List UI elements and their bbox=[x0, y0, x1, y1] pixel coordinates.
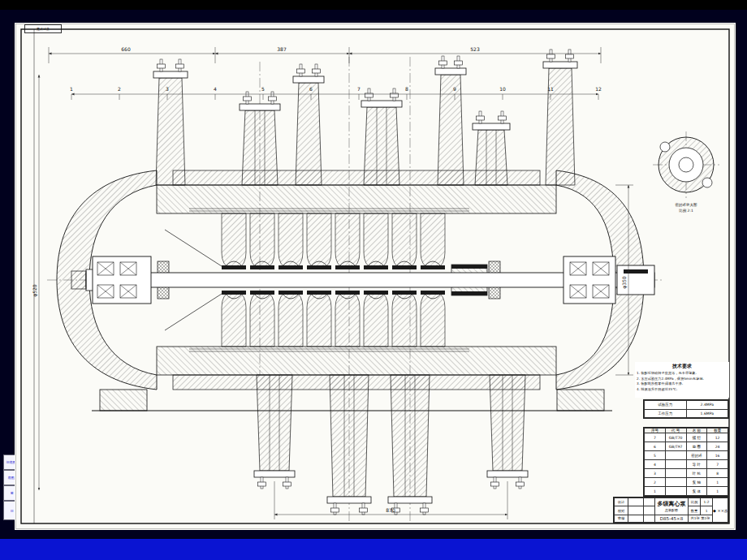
keyway bbox=[624, 269, 648, 274]
titleblock-cell bbox=[628, 515, 644, 522]
nozzle bbox=[254, 375, 295, 489]
title-block: 设计 多级离心泵 总装配图 比例 1:2 ◆ ××水泵厂 校对 bbox=[613, 497, 729, 523]
table-cell bbox=[665, 478, 686, 487]
nozzle bbox=[361, 88, 402, 185]
drawing-number: D85-45×8 bbox=[655, 515, 689, 522]
balloon-number: 6 bbox=[309, 86, 313, 92]
table-cell: 2 bbox=[645, 478, 666, 487]
titleblock-cell bbox=[644, 498, 655, 506]
table-cell: 8 bbox=[707, 469, 728, 478]
table-cell: 12 bbox=[707, 433, 728, 442]
table-cell: 1 bbox=[707, 478, 728, 487]
shaft-nut bbox=[71, 271, 86, 289]
nozzle bbox=[473, 111, 510, 185]
titleblock-label: 审核 bbox=[615, 515, 628, 522]
dim-label: 660 bbox=[121, 46, 131, 52]
pressure-table: 试验压力2.4MPa工作压力1.6MPa bbox=[643, 399, 729, 419]
table-row: 1泵 体1 bbox=[645, 487, 728, 496]
slide-bottom-bar bbox=[0, 539, 747, 560]
balloon-number: 12 bbox=[595, 86, 602, 92]
scale-value: 1:2 bbox=[701, 498, 713, 506]
presentation-slide: 旧底图总号 底图总号 签 字 日 期 更改记录 bbox=[0, 0, 747, 560]
table-cell: GB/T70 bbox=[665, 433, 686, 442]
sheet-info: 共1张 第1张 bbox=[689, 515, 713, 522]
table-cell: 1 bbox=[645, 487, 666, 496]
table-cell: 螺 钉 bbox=[686, 433, 707, 442]
nozzle bbox=[543, 50, 577, 185]
nozzle bbox=[327, 375, 371, 515]
company-logo-icon: ◆ bbox=[713, 508, 716, 513]
dim-label: φ350 bbox=[621, 276, 628, 289]
dim-label: 387 bbox=[277, 46, 287, 52]
nozzle bbox=[388, 375, 432, 515]
balloon-number: 9 bbox=[453, 86, 456, 92]
titleblock-label: 设计 bbox=[615, 498, 628, 506]
dim-label: φ520 bbox=[32, 284, 38, 297]
table-cell: 泵 体 bbox=[686, 487, 707, 496]
nozzle bbox=[153, 59, 188, 185]
table-cell: 泵 轴 bbox=[686, 478, 707, 487]
qty-value: 1 bbox=[701, 506, 713, 515]
table-row: 5密封环16 bbox=[645, 451, 728, 460]
titleblock-cell bbox=[628, 498, 644, 506]
bolt-hole bbox=[660, 142, 670, 152]
table-cell: 16 bbox=[707, 451, 728, 460]
table-cell: 1 bbox=[707, 487, 728, 496]
company-name: ◆ ××水泵厂 bbox=[713, 498, 728, 523]
balloon-number: 4 bbox=[214, 86, 217, 92]
drawing-title: 多级离心泵 总装配图 bbox=[655, 498, 689, 515]
bottom-nozzles bbox=[254, 375, 528, 515]
table-row: 6GB/T97垫 圈24 bbox=[645, 442, 728, 451]
table-row: 7GB/T70螺 钉12 bbox=[645, 433, 728, 442]
table-cell: 垫 圈 bbox=[686, 442, 707, 451]
table-cell: 7 bbox=[707, 460, 728, 469]
table-row: 3叶 轮8 bbox=[645, 469, 728, 478]
right-bearing bbox=[563, 256, 615, 304]
left-bearing bbox=[93, 256, 151, 304]
titleblock-cell bbox=[644, 515, 655, 522]
table-cell: 试验压力 bbox=[645, 401, 687, 410]
balloon-number: 10 bbox=[499, 86, 506, 92]
titleblock-label: 校对 bbox=[615, 506, 628, 515]
detail-view: 密封环放大图 比例 2:1 bbox=[653, 131, 719, 213]
table-cell: 3 bbox=[645, 469, 666, 478]
table-cell: 密封环 bbox=[686, 451, 707, 460]
nozzle bbox=[293, 64, 324, 185]
nozzle bbox=[240, 92, 280, 185]
balloon-number: 7 bbox=[357, 86, 361, 92]
table-row: 4导 叶7 bbox=[645, 460, 728, 469]
table-cell: GB/T97 bbox=[665, 442, 686, 451]
engineering-drawing-canvas: 660 387 523 φ520 φ350 870 1 2 3 bbox=[15, 23, 736, 530]
shaft-assembly bbox=[71, 256, 654, 304]
table-cell: 叶 轮 bbox=[686, 469, 707, 478]
bolt-hole bbox=[702, 178, 712, 187]
table-cell: 2.4MPa bbox=[686, 401, 728, 410]
balloon-number: 2 bbox=[118, 86, 121, 92]
drawing-subtitle-text: 总装配图 bbox=[655, 508, 688, 512]
detail-label: 密封环放大图 bbox=[676, 202, 697, 207]
balloon-number: 11 bbox=[547, 86, 554, 92]
scale-label: 比例 bbox=[689, 498, 701, 506]
qty-label: 数量 bbox=[689, 506, 701, 515]
balloon-number: 8 bbox=[405, 86, 408, 92]
balloon-number: 3 bbox=[166, 86, 169, 92]
titleblock-cell bbox=[644, 506, 655, 515]
item-balloons: 1 2 3 4 5 6 7 8 9 10 11 12 bbox=[70, 86, 602, 100]
top-nozzles bbox=[153, 50, 577, 185]
slide-top-bar bbox=[0, 0, 747, 10]
table-cell bbox=[665, 451, 686, 460]
notes-title: 技术要求 bbox=[635, 363, 729, 370]
balloon-number: 1 bbox=[70, 86, 73, 92]
table-cell: 4 bbox=[645, 460, 666, 469]
dim-label: 523 bbox=[470, 46, 480, 52]
balloon-number: 5 bbox=[261, 86, 265, 92]
table-cell bbox=[665, 469, 686, 478]
table-row: 试验压力2.4MPa bbox=[645, 401, 728, 410]
table-cell: 1.6MPa bbox=[686, 409, 728, 418]
table-cell bbox=[665, 460, 686, 469]
drawing-title-text: 多级离心泵 bbox=[655, 500, 688, 508]
titleblock-cell bbox=[628, 506, 644, 515]
table-row: 2泵 轴1 bbox=[645, 478, 728, 487]
table-cell: 工作压力 bbox=[645, 409, 687, 418]
table-row: 工作压力1.6MPa bbox=[645, 409, 728, 418]
